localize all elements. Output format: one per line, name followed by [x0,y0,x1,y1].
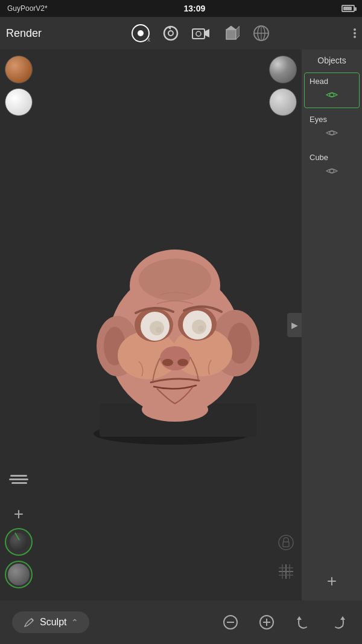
svg-marker-53 [340,616,345,620]
object-name-head: Head [310,77,354,86]
toolbar-icons: x [54,22,348,44]
svg-point-31 [198,326,204,332]
svg-rect-5 [226,30,236,39]
box-button[interactable] [220,22,242,44]
eye-visible-icon [326,167,338,175]
add-tool-button[interactable]: + [5,500,33,528]
toolbar-title: Render [6,27,48,40]
sculpt-label: Sculpt [40,617,66,628]
object-visibility-eyes[interactable] [310,126,354,142]
camera-icon [192,26,210,40]
globe-icon [252,24,270,42]
object-item-eyes[interactable]: Eyes [304,111,360,146]
svg-marker-7 [236,26,240,39]
svg-point-35 [139,259,211,301]
size-dial[interactable] [5,561,33,588]
svg-marker-52 [297,616,302,620]
left-dials-panel [5,528,33,588]
more-dot-icon [354,28,356,31]
zoom-out-icon [222,614,239,631]
svg-rect-2 [192,29,205,39]
marble-material-swatch[interactable] [269,56,297,83]
refresh-button[interactable] [160,22,182,44]
waves-tool-button[interactable] [5,465,33,493]
status-bar: GuyPoorV2* 13:09 [0,0,362,17]
svg-point-33 [162,359,173,366]
brush-icon [23,616,35,628]
more-button[interactable] [354,28,356,38]
object-name-eyes: Eyes [310,115,354,124]
waves-icon [9,475,28,484]
sculpture-viewport[interactable] [36,62,296,588]
record-dot-icon [138,30,144,36]
panel-collapse-button[interactable]: ▶ [287,313,302,337]
grid-icon [278,563,294,580]
svg-point-4 [196,31,201,36]
secondary-color-swatch[interactable] [5,88,33,116]
dial-sphere-icon [8,564,30,585]
svg-marker-3 [205,29,209,37]
bottom-action-icons [220,611,350,633]
objects-add-button[interactable]: + [302,562,362,601]
refresh-icon [162,24,180,42]
redo-icon [331,614,348,631]
globe-button[interactable] [250,22,272,44]
primary-color-swatch[interactable] [5,56,33,83]
battery-icon [341,5,355,12]
main-viewport[interactable]: + ▶ Objects Head [0,50,362,601]
eye-visible-icon [326,91,338,99]
sculpt-mode-button[interactable]: Sculpt ⌃ [12,611,89,633]
left-color-panel [5,56,33,116]
undo-icon [294,614,311,631]
eye-icon-cube[interactable] [326,167,338,178]
svg-point-32 [160,346,190,370]
intensity-dial[interactable] [5,528,33,556]
lock-tool-button[interactable] [275,532,297,553]
more-dot-icon [354,36,356,38]
svg-point-30 [156,327,162,333]
eye-icon-eyes[interactable] [326,129,338,140]
objects-add-icon: + [327,572,337,591]
object-item-head[interactable]: Head [304,72,360,108]
object-visibility-head[interactable] [310,88,354,104]
status-time: 13:09 [183,4,205,13]
status-right-icons [341,5,355,12]
zoom-in-icon [258,614,275,631]
bottom-toolbar: Sculpt ⌃ [0,601,362,644]
app-name: GuyPoorV2* [7,4,48,13]
redo-button[interactable] [328,611,350,633]
lock-icon [278,534,294,551]
chevron-up-icon: ⌃ [71,617,78,627]
svg-point-34 [177,359,188,366]
sculpture-3d [63,174,268,476]
camera-button[interactable] [190,22,212,44]
add-icon: + [14,506,24,523]
toolbar: Render x [0,17,362,50]
object-item-cube[interactable]: Cube [304,149,360,184]
zoom-out-button[interactable] [220,611,241,633]
object-name-cube: Cube [310,153,354,162]
grid-tool-button[interactable] [275,561,297,582]
more-dot-icon [354,32,356,34]
arrow-right-icon: ▶ [291,320,298,330]
eye-visible-icon [326,129,338,137]
svg-marker-6 [226,26,236,30]
eye-icon-head[interactable] [326,91,338,101]
close-x-icon: x [147,36,150,43]
objects-panel: Objects Head Eyes [302,50,362,601]
dial-inner-icon [10,533,28,551]
object-visibility-cube[interactable] [310,164,354,180]
bottom-right-tools [275,532,297,582]
svg-rect-40 [283,542,289,547]
svg-point-1 [168,31,173,36]
record-button[interactable]: x [130,22,151,44]
undo-button[interactable] [292,611,314,633]
box-icon [223,25,240,42]
objects-panel-title: Objects [302,50,362,71]
left-tools-panel: + [5,465,33,528]
right-material-swatches [269,56,297,116]
zoom-in-button[interactable] [256,611,278,633]
gray-material-swatch[interactable] [269,88,297,116]
